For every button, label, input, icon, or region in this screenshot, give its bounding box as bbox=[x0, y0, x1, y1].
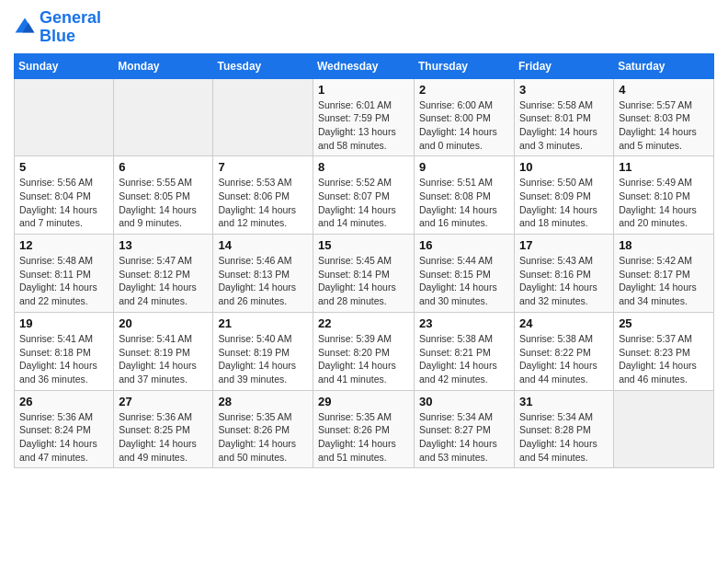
day-info: Sunrise: 5:42 AMSunset: 8:17 PMDaylight:… bbox=[619, 254, 709, 308]
day-number: 30 bbox=[419, 395, 509, 408]
weekday-header-sunday: Sunday bbox=[15, 53, 114, 78]
day-info: Sunrise: 5:53 AMSunset: 8:06 PMDaylight:… bbox=[218, 176, 308, 230]
day-cell: 8Sunrise: 5:52 AMSunset: 8:07 PMDaylight… bbox=[313, 156, 415, 235]
day-cell bbox=[614, 390, 714, 468]
day-cell: 31Sunrise: 5:34 AMSunset: 8:28 PMDayligh… bbox=[515, 390, 614, 468]
week-row-1: 1Sunrise: 6:01 AMSunset: 7:59 PMDaylight… bbox=[15, 78, 714, 156]
day-info: Sunrise: 5:51 AMSunset: 8:08 PMDaylight:… bbox=[419, 176, 509, 230]
day-cell: 1Sunrise: 6:01 AMSunset: 7:59 PMDaylight… bbox=[313, 78, 415, 156]
day-info: Sunrise: 5:49 AMSunset: 8:10 PMDaylight:… bbox=[619, 176, 709, 230]
weekday-header-thursday: Thursday bbox=[415, 53, 515, 78]
day-info: Sunrise: 5:55 AMSunset: 8:05 PMDaylight:… bbox=[119, 176, 208, 230]
day-number: 31 bbox=[519, 395, 609, 408]
day-info: Sunrise: 6:01 AMSunset: 7:59 PMDaylight:… bbox=[318, 98, 409, 153]
day-cell: 30Sunrise: 5:34 AMSunset: 8:27 PMDayligh… bbox=[415, 390, 515, 468]
day-cell: 5Sunrise: 5:56 AMSunset: 8:04 PMDaylight… bbox=[15, 156, 114, 235]
day-info: Sunrise: 5:35 AMSunset: 8:26 PMDaylight:… bbox=[318, 410, 409, 465]
day-number: 4 bbox=[619, 83, 709, 97]
weekday-header-tuesday: Tuesday bbox=[213, 53, 313, 78]
day-cell bbox=[114, 78, 213, 156]
day-info: Sunrise: 5:36 AMSunset: 8:25 PMDaylight:… bbox=[119, 410, 208, 465]
day-info: Sunrise: 5:50 AMSunset: 8:09 PMDaylight:… bbox=[519, 176, 609, 230]
day-info: Sunrise: 5:57 AMSunset: 8:03 PMDaylight:… bbox=[619, 98, 709, 153]
day-number: 9 bbox=[419, 160, 509, 174]
day-cell: 2Sunrise: 6:00 AMSunset: 8:00 PMDaylight… bbox=[415, 78, 515, 156]
day-cell: 16Sunrise: 5:44 AMSunset: 8:15 PMDayligh… bbox=[415, 235, 515, 313]
day-number: 12 bbox=[19, 238, 108, 252]
day-number: 7 bbox=[218, 160, 308, 174]
day-number: 20 bbox=[119, 316, 208, 330]
day-cell: 26Sunrise: 5:36 AMSunset: 8:24 PMDayligh… bbox=[15, 390, 114, 468]
day-cell: 21Sunrise: 5:40 AMSunset: 8:19 PMDayligh… bbox=[213, 312, 313, 390]
day-info: Sunrise: 5:45 AMSunset: 8:14 PMDaylight:… bbox=[318, 254, 409, 308]
day-number: 15 bbox=[318, 238, 409, 252]
week-row-5: 26Sunrise: 5:36 AMSunset: 8:24 PMDayligh… bbox=[15, 390, 714, 468]
day-cell: 25Sunrise: 5:37 AMSunset: 8:23 PMDayligh… bbox=[614, 312, 714, 390]
day-cell: 6Sunrise: 5:55 AMSunset: 8:05 PMDaylight… bbox=[114, 156, 213, 235]
day-info: Sunrise: 5:37 AMSunset: 8:23 PMDaylight:… bbox=[619, 332, 709, 386]
day-info: Sunrise: 5:35 AMSunset: 8:26 PMDaylight:… bbox=[218, 410, 308, 465]
day-cell: 29Sunrise: 5:35 AMSunset: 8:26 PMDayligh… bbox=[313, 390, 415, 468]
day-number: 17 bbox=[519, 238, 609, 252]
day-number: 1 bbox=[318, 83, 409, 97]
day-info: Sunrise: 5:41 AMSunset: 8:19 PMDaylight:… bbox=[119, 332, 208, 386]
day-cell: 3Sunrise: 5:58 AMSunset: 8:01 PMDaylight… bbox=[515, 78, 614, 156]
day-info: Sunrise: 5:44 AMSunset: 8:15 PMDaylight:… bbox=[419, 254, 509, 308]
day-cell: 22Sunrise: 5:39 AMSunset: 8:20 PMDayligh… bbox=[313, 312, 415, 390]
day-cell: 12Sunrise: 5:48 AMSunset: 8:11 PMDayligh… bbox=[15, 235, 114, 313]
day-cell: 4Sunrise: 5:57 AMSunset: 8:03 PMDaylight… bbox=[614, 78, 714, 156]
day-cell: 15Sunrise: 5:45 AMSunset: 8:14 PMDayligh… bbox=[313, 235, 415, 313]
day-number: 22 bbox=[318, 316, 409, 330]
day-info: Sunrise: 5:46 AMSunset: 8:13 PMDaylight:… bbox=[218, 254, 308, 308]
day-number: 16 bbox=[419, 238, 509, 252]
day-cell bbox=[213, 78, 313, 156]
day-cell: 28Sunrise: 5:35 AMSunset: 8:26 PMDayligh… bbox=[213, 390, 313, 468]
day-cell: 14Sunrise: 5:46 AMSunset: 8:13 PMDayligh… bbox=[213, 235, 313, 313]
day-number: 3 bbox=[519, 83, 609, 97]
day-info: Sunrise: 5:48 AMSunset: 8:11 PMDaylight:… bbox=[19, 254, 108, 308]
weekday-header-saturday: Saturday bbox=[614, 53, 714, 78]
logo: General Blue bbox=[14, 9, 101, 46]
day-info: Sunrise: 5:34 AMSunset: 8:27 PMDaylight:… bbox=[419, 410, 509, 465]
weekday-header-monday: Monday bbox=[114, 53, 213, 78]
day-number: 5 bbox=[19, 160, 108, 174]
day-info: Sunrise: 6:00 AMSunset: 8:00 PMDaylight:… bbox=[419, 98, 509, 153]
weekday-header-friday: Friday bbox=[515, 53, 614, 78]
day-number: 21 bbox=[218, 316, 308, 330]
day-number: 13 bbox=[119, 238, 208, 252]
day-info: Sunrise: 5:43 AMSunset: 8:16 PMDaylight:… bbox=[519, 254, 609, 308]
day-cell: 11Sunrise: 5:49 AMSunset: 8:10 PMDayligh… bbox=[614, 156, 714, 235]
day-info: Sunrise: 5:47 AMSunset: 8:12 PMDaylight:… bbox=[119, 254, 208, 308]
day-number: 19 bbox=[19, 316, 108, 330]
day-number: 6 bbox=[119, 160, 208, 174]
calendar-table: SundayMondayTuesdayWednesdayThursdayFrid… bbox=[14, 53, 714, 469]
day-cell: 27Sunrise: 5:36 AMSunset: 8:25 PMDayligh… bbox=[114, 390, 213, 468]
day-cell: 7Sunrise: 5:53 AMSunset: 8:06 PMDaylight… bbox=[213, 156, 313, 235]
day-info: Sunrise: 5:38 AMSunset: 8:22 PMDaylight:… bbox=[519, 332, 609, 386]
week-row-4: 19Sunrise: 5:41 AMSunset: 8:18 PMDayligh… bbox=[15, 312, 714, 390]
day-info: Sunrise: 5:56 AMSunset: 8:04 PMDaylight:… bbox=[19, 176, 108, 230]
day-info: Sunrise: 5:38 AMSunset: 8:21 PMDaylight:… bbox=[419, 332, 509, 386]
day-info: Sunrise: 5:40 AMSunset: 8:19 PMDaylight:… bbox=[218, 332, 308, 386]
week-row-3: 12Sunrise: 5:48 AMSunset: 8:11 PMDayligh… bbox=[15, 235, 714, 313]
day-info: Sunrise: 5:41 AMSunset: 8:18 PMDaylight:… bbox=[19, 332, 108, 386]
day-info: Sunrise: 5:52 AMSunset: 8:07 PMDaylight:… bbox=[318, 176, 409, 230]
day-info: Sunrise: 5:58 AMSunset: 8:01 PMDaylight:… bbox=[519, 98, 609, 153]
day-cell: 23Sunrise: 5:38 AMSunset: 8:21 PMDayligh… bbox=[415, 312, 515, 390]
day-number: 18 bbox=[619, 238, 709, 252]
day-number: 23 bbox=[419, 316, 509, 330]
day-cell: 10Sunrise: 5:50 AMSunset: 8:09 PMDayligh… bbox=[515, 156, 614, 235]
page-header: General Blue bbox=[14, 9, 714, 46]
day-number: 25 bbox=[619, 316, 709, 330]
day-cell: 20Sunrise: 5:41 AMSunset: 8:19 PMDayligh… bbox=[114, 312, 213, 390]
day-number: 8 bbox=[318, 160, 409, 174]
day-number: 24 bbox=[519, 316, 609, 330]
day-cell: 13Sunrise: 5:47 AMSunset: 8:12 PMDayligh… bbox=[114, 235, 213, 313]
day-info: Sunrise: 5:39 AMSunset: 8:20 PMDaylight:… bbox=[318, 332, 409, 386]
day-number: 29 bbox=[318, 395, 409, 408]
day-info: Sunrise: 5:34 AMSunset: 8:28 PMDaylight:… bbox=[519, 410, 609, 465]
logo-text: General Blue bbox=[40, 9, 101, 46]
day-number: 26 bbox=[19, 395, 108, 408]
weekday-header-wednesday: Wednesday bbox=[313, 53, 415, 78]
day-info: Sunrise: 5:36 AMSunset: 8:24 PMDaylight:… bbox=[19, 410, 108, 465]
